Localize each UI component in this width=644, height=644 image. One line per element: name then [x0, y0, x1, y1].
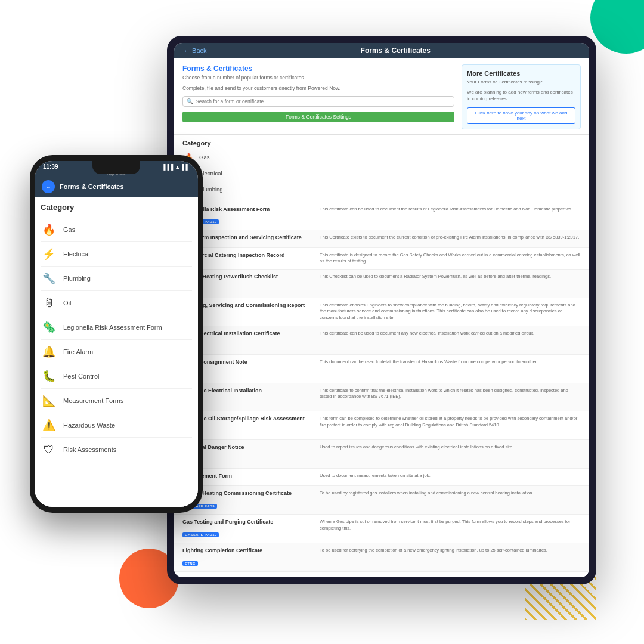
settings-button[interactable]: Forms & Certificates Settings [182, 112, 454, 122]
tablet-screen: ← Back Forms & Certificates Forms & Cert… [174, 43, 589, 577]
forms-subtitle-1: Choose from a number of popular forms or… [182, 75, 454, 82]
cert-row[interactable]: Measurement Form Used to document measur… [174, 469, 589, 487]
category-title: Category [182, 140, 581, 147]
cert-row[interactable]: General Installation/Commission and Deco… [174, 572, 589, 578]
phone-item-icon-7: 📐 [41, 392, 57, 409]
cert-row[interactable]: Oil Firing, Servicing and Commissioning … [174, 298, 589, 327]
tablet-device: ← Back Forms & Certificates Forms & Cert… [167, 36, 596, 584]
cert-row[interactable]: Legionella Risk Assessment Form GASSAFE … [174, 202, 589, 231]
more-text-1: Your Forms or Certificates missing? [467, 79, 575, 85]
phone-item-icon-6: 🐛 [41, 368, 57, 385]
phone-item-8[interactable]: ⚠️ Hazardous Waste [41, 413, 192, 438]
cert-left-7: Domestic Electrical Installation DEIC [182, 388, 320, 407]
cert-desc-0: This certificate can be used to document… [320, 206, 572, 226]
phone-header: ← Forms & Certificates [35, 177, 198, 197]
cert-row[interactable]: Central Heating Commissioning Certificat… [174, 486, 589, 515]
cert-desc-1: This Certificate exists to document the … [320, 234, 579, 243]
phone-item-9[interactable]: 🛡 Risk Assessments [41, 438, 192, 462]
phone-status-icons: ▐▐▐ ▲ ▌▌ [162, 164, 190, 170]
phone-screen: 11:39 ▐▐▐ ▲ ▌▌ App Store ← Forms & Certi… [35, 161, 198, 507]
cert-left-14: General Installation/Commission and Deco… [182, 576, 320, 578]
phone-time: 11:39 [43, 163, 58, 170]
cert-row[interactable]: Electrical Danger Notice KNN19 Used to r… [174, 440, 589, 469]
cert-row[interactable]: Domestic Oil Storage/Spillage Risk Asses… [174, 411, 589, 440]
more-certificates-title: More Certificates [467, 70, 575, 77]
battery-icon: ▌▌ [182, 164, 190, 170]
cert-desc-2: This certificate is designed to record t… [320, 252, 581, 265]
phone-device: 11:39 ▐▐▐ ▲ ▌▌ App Store ← Forms & Certi… [30, 155, 203, 513]
phone-item-label-9: Risk Assessments [63, 446, 116, 453]
cert-row[interactable]: Gas Testing and Purging Certificate GASS… [174, 515, 589, 543]
cert-left-6: Waste Consignment Note HMCN1 [182, 359, 320, 379]
forms-info-left: Forms & Certificates Choose from a numbe… [182, 64, 454, 129]
phone-item-icon-2: 🔧 [41, 270, 57, 287]
phone-item-2[interactable]: 🔧 Plumbing [41, 267, 192, 291]
cert-row[interactable]: Minor Electrical Installation Certificat… [174, 326, 589, 355]
cert-left-3: Central Heating Powerflush Checklist PAZ… [182, 274, 320, 293]
tablet-topbar: ← Back Forms & Certificates [174, 43, 589, 58]
cert-left-2: Commercial Catering Inspection Record [182, 252, 320, 265]
tablet-back-button[interactable]: ← Back [184, 47, 207, 54]
phone-item-icon-4: 🦠 [41, 319, 57, 336]
phone-item-icon-0: 🔥 [41, 221, 57, 238]
cert-row[interactable]: Lighting Completion Certificate ETNC To … [174, 543, 589, 572]
cert-row[interactable]: Domestic Electrical Installation DEIC Th… [174, 383, 589, 412]
phone-item-label-7: Measurement Forms [63, 397, 123, 404]
phone-back-button[interactable]: ← [42, 180, 55, 193]
signal-icon: ▐▐▐ [162, 164, 173, 170]
phone-item-label-5: Fire Alarm [63, 348, 93, 355]
cert-desc-10: Used to document measurements taken on s… [320, 473, 431, 482]
cert-desc-7: This certificate to confirm that the ele… [320, 388, 581, 407]
phone-item-label-4: Legionella Risk Assessment Form [63, 324, 162, 331]
cert-left-11: Central Heating Commissioning Certificat… [182, 490, 320, 510]
cert-desc-8: This form can be completed to determine … [320, 416, 581, 435]
forms-header: Forms & Certificates Choose from a numbe… [174, 58, 589, 135]
phone-item-icon-9: 🛡 [41, 441, 57, 458]
phone-item-7[interactable]: 📐 Measurement Forms [41, 389, 192, 413]
cert-row[interactable]: Fire Alarm Inspection and Servicing Cert… [174, 230, 589, 248]
category-item-electrical[interactable]: ⚡ Electrical [182, 166, 581, 181]
phone-item-5[interactable]: 🔔 Fire Alarm [41, 340, 192, 364]
phone-item-icon-8: ⚠️ [41, 417, 57, 434]
cert-desc-5: This certificate can be used to document… [320, 330, 534, 350]
phone-item-4[interactable]: 🦠 Legionella Risk Assessment Form [41, 315, 192, 340]
cert-desc-3: This Checklist can be used to document a… [320, 274, 551, 293]
phone-item-0[interactable]: 🔥 Gas [41, 218, 192, 242]
search-input[interactable] [196, 98, 450, 104]
phone-item-label-2: Plumbing [63, 275, 91, 282]
cert-row[interactable]: Waste Consignment Note HMCN1 This docume… [174, 355, 589, 383]
phone-item-1[interactable]: ⚡ Electrical [41, 242, 192, 267]
certificate-list: Legionella Risk Assessment Form GASSAFE … [174, 202, 589, 577]
cert-row[interactable]: Central Heating Powerflush Checklist PAZ… [174, 270, 589, 298]
tablet-header-title: Forms & Certificates [212, 47, 580, 55]
cert-left-4: Oil Firing, Servicing and Commissioning … [182, 302, 320, 322]
more-cta-button[interactable]: Click here to have your say on what we a… [467, 107, 575, 124]
search-bar[interactable]: 🔍 [182, 96, 454, 107]
phone-notch [92, 161, 140, 174]
phone-item-3[interactable]: 🛢 Oil [41, 291, 192, 315]
more-certificates-panel: More Certificates Your Forms or Certific… [462, 64, 581, 129]
cert-badge-13: ETNC [182, 561, 198, 566]
cert-left-1: Fire Alarm Inspection and Servicing Cert… [182, 234, 320, 243]
more-text-2: We are planning to add new forms and cer… [467, 89, 575, 102]
cert-left-9: Electrical Danger Notice KNN19 [182, 444, 320, 464]
phone-item-icon-5: 🔔 [41, 343, 57, 360]
cert-name-13: Lighting Completion Certificate [182, 547, 314, 555]
cert-left-0: Legionella Risk Assessment Form GASSAFE … [182, 206, 320, 226]
bg-green-circle [590, 0, 644, 54]
wifi-icon: ▲ [175, 164, 180, 170]
phone-header-title: Forms & Certificates [60, 183, 124, 190]
category-item-gas[interactable]: 🔥 Gas [182, 150, 581, 165]
cert-left-12: Gas Testing and Purging Certificate GASS… [182, 519, 320, 538]
cert-desc-9: Used to report issues and dangerous cond… [320, 444, 513, 464]
category-section: Category 🔥 Gas ⚡ Electrical 🔧 Plumbing [174, 135, 589, 202]
phone-item-label-3: Oil [63, 299, 71, 306]
cert-desc-6: This document can be used to detail the … [320, 359, 538, 379]
cert-desc-14: This Record can be completed with the op… [320, 576, 581, 578]
search-icon: 🔍 [187, 98, 193, 104]
phone-items-list: 🔥 Gas ⚡ Electrical 🔧 Plumbing 🛢 Oil 🦠 Le… [41, 218, 192, 462]
cert-row[interactable]: Commercial Catering Inspection Record Th… [174, 248, 589, 270]
phone-item-label-0: Gas [63, 226, 75, 233]
category-item-plumbing[interactable]: 🔧 Plumbing [182, 182, 581, 197]
phone-item-6[interactable]: 🐛 Pest Control [41, 364, 192, 389]
